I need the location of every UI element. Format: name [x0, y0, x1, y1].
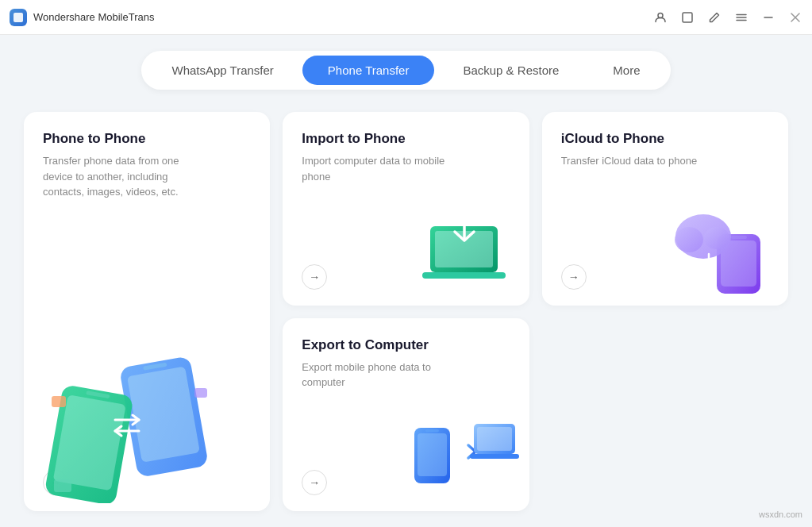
window-controls [653, 10, 802, 25]
svg-rect-19 [422, 272, 506, 279]
tab-phone[interactable]: Phone Transfer [302, 56, 435, 85]
card-icloud-arrow[interactable]: → [561, 264, 587, 290]
svg-point-0 [658, 13, 663, 17]
tab-more[interactable]: More [587, 56, 665, 85]
card-phone-to-phone[interactable]: Phone to Phone Transfer phone data from … [24, 112, 270, 511]
card-import-title: Import to Phone [302, 131, 510, 147]
svg-rect-1 [683, 13, 692, 22]
tab-backup[interactable]: Backup & Restore [437, 56, 584, 85]
card-export-arrow[interactable]: → [302, 470, 327, 495]
phone-to-phone-illustration [40, 344, 230, 503]
profile-icon[interactable] [653, 10, 668, 25]
menu-icon[interactable] [734, 10, 749, 25]
card-export-title: Export to Computer [302, 337, 510, 353]
window-icon[interactable] [680, 10, 695, 25]
import-illustration [418, 202, 521, 298]
svg-point-24 [675, 227, 703, 252]
svg-rect-30 [477, 427, 512, 451]
card-phone-to-phone-desc: Transfer phone data from one device to a… [43, 153, 186, 200]
edit-icon[interactable] [707, 10, 722, 25]
svg-rect-14 [52, 396, 66, 407]
svg-point-25 [704, 227, 729, 249]
card-export-to-computer[interactable]: Export to Computer Export mobile phone d… [283, 318, 529, 512]
card-import-to-phone[interactable]: Import to Phone Import computer data to … [283, 112, 529, 306]
card-grid: Phone to Phone Transfer phone data from … [24, 112, 788, 511]
svg-rect-16 [194, 388, 207, 398]
export-illustration [410, 408, 521, 503]
close-icon[interactable] [788, 10, 802, 25]
tab-whatsapp[interactable]: WhatsApp Transfer [146, 56, 298, 85]
card-export-desc: Export mobile phone data to computer [302, 360, 444, 390]
tab-bar: WhatsApp Transfer Phone Transfer Backup … [141, 51, 670, 90]
card-icloud-desc: Transfer iCloud data to phone [561, 153, 704, 169]
app-title: Wondershare MobileTrans [33, 11, 653, 23]
watermark: wsxdn.com [759, 510, 802, 519]
card-icloud-to-phone[interactable]: iCloud to Phone Transfer iCloud data to … [542, 112, 788, 306]
svg-rect-28 [425, 429, 439, 433]
card-import-arrow[interactable]: → [302, 264, 327, 290]
icloud-illustration [669, 202, 780, 298]
titlebar: Wondershare MobileTrans [0, 0, 812, 35]
svg-rect-27 [418, 433, 447, 476]
svg-rect-22 [731, 236, 747, 239]
card-phone-to-phone-title: Phone to Phone [43, 131, 251, 147]
card-icloud-title: iCloud to Phone [561, 131, 769, 147]
minimize-icon[interactable] [761, 10, 775, 25]
main-content: WhatsApp Transfer Phone Transfer Backup … [0, 35, 812, 527]
svg-rect-15 [54, 479, 71, 492]
card-import-desc: Import computer data to mobile phone [302, 153, 444, 184]
app-logo [10, 9, 27, 26]
svg-rect-31 [470, 454, 519, 459]
